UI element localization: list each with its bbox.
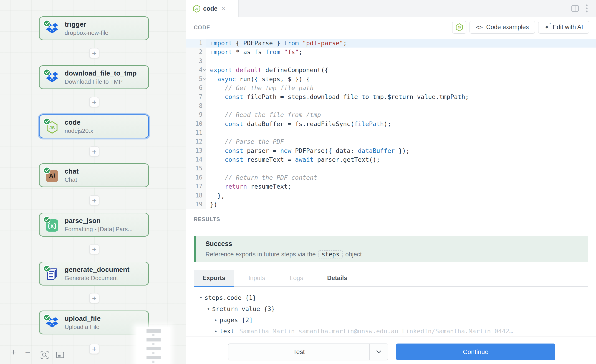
workflow-node-trigger[interactable]: trigger dropbox-new-file (39, 16, 149, 40)
code-line[interactable]: 14 const resumeText = await parser.getTe… (186, 155, 596, 164)
minimap-preview[interactable] (136, 327, 170, 364)
continue-button[interactable]: Continue (396, 343, 555, 360)
minimap-toggle-icon[interactable] (56, 351, 64, 358)
success-check-icon (43, 117, 51, 126)
success-subtitle: Reference exports in future steps via th… (205, 250, 588, 259)
code-line[interactable]: 13 const parser = new PDFParse({ data: d… (186, 146, 596, 155)
add-step-button[interactable]: + (89, 146, 99, 156)
code-line[interactable]: 17 return resumeText; (186, 182, 596, 191)
workflow-node-chat[interactable]: A\ chat Chat (39, 163, 149, 187)
minimap-dot (152, 334, 155, 336)
code-line-text: // Return the PDF content (206, 173, 317, 182)
tree-row[interactable]: ▸textSamantha Martin samantha.martin@uns… (200, 326, 586, 337)
minimap-dot (152, 361, 155, 363)
node-title: trigger (65, 21, 108, 28)
code-line[interactable]: 3 (186, 57, 596, 66)
code-line[interactable]: 11 (186, 128, 596, 137)
edit-with-ai-button[interactable]: ✦ Edit with AI (538, 21, 589, 34)
connector-line (94, 139, 94, 146)
code-line-text: return resumeText; (206, 182, 291, 191)
chevron-collapsed-icon[interactable]: ▸ (215, 314, 220, 326)
code-line[interactable]: 1import { PDFParse } from "pdf-parse"; (186, 39, 596, 48)
zoom-to-fit-icon[interactable] (40, 351, 49, 359)
workflow-node-upload-file[interactable]: upload_file Upload a File (39, 311, 149, 334)
fold-caret-icon[interactable] (203, 78, 206, 80)
node-title: upload_file (65, 315, 101, 322)
add-step-button[interactable]: + (89, 293, 99, 303)
zoom-out-icon[interactable]: − (25, 347, 31, 358)
split-view-icon[interactable] (571, 5, 579, 12)
active-tab-underline (194, 286, 234, 287)
kebab-menu-icon[interactable] (586, 4, 588, 13)
node-text: chat Chat (65, 167, 79, 183)
fold-caret-icon[interactable] (203, 69, 206, 71)
code-line-text: const resumeText = await parser.getText(… (206, 155, 380, 164)
node-subtitle: Generate Document (65, 275, 129, 282)
tab-exports[interactable]: Exports (194, 270, 234, 286)
node-text: code nodejs20.x (65, 119, 93, 134)
canvas-toolbar: + − (0, 348, 127, 362)
connector-line (94, 89, 94, 97)
nodejs-icon: JS (456, 23, 463, 31)
code-line[interactable]: 10 const dataBuffer = fs.readFileSync(fi… (186, 119, 596, 128)
tree-key: steps.code {1} (204, 292, 256, 303)
chevron-collapsed-icon[interactable]: ▸ (215, 326, 220, 337)
code-line[interactable]: 15 (186, 164, 596, 173)
success-check-icon (43, 166, 51, 174)
code-line[interactable]: 18 }, (186, 191, 596, 200)
tab-logs[interactable]: Logs (281, 270, 312, 286)
node-text: generate_document Generate Document (65, 266, 129, 282)
code-line[interactable]: 5 async run({ steps, $ }) { (186, 75, 596, 83)
tab-inputs[interactable]: Inputs (240, 270, 274, 286)
code-line[interactable]: 7 const filePath = steps.download_file_t… (186, 92, 596, 101)
add-step-button[interactable]: + (89, 48, 99, 58)
zoom-in-icon[interactable]: + (11, 347, 16, 358)
workflow-node-generate-document[interactable]: generate_document Generate Document (39, 262, 149, 285)
add-step-button[interactable]: + (89, 195, 99, 205)
code-line[interactable]: 16 // Return the PDF content (186, 173, 596, 182)
code-line[interactable]: 6 // Get the tmp file path (186, 83, 596, 92)
node-title: code (65, 119, 93, 126)
add-step-button[interactable]: + (89, 97, 99, 107)
nodejs-version-button[interactable]: JS (452, 21, 466, 34)
workflow-node-code[interactable]: JS code nodejs20.x (39, 114, 149, 138)
code-line[interactable]: 4export default defineComponent({ (186, 66, 596, 74)
code-line-text: }, (206, 191, 225, 200)
tab-details[interactable]: Details (319, 270, 356, 286)
code-line-text (206, 164, 210, 173)
tree-row[interactable]: ▾steps.code {1} (200, 292, 586, 303)
chevron-expanded-icon[interactable]: ▾ (200, 292, 204, 303)
code-line-text: // Read the file from /tmp (206, 110, 321, 119)
code-examples-label: Code examples (486, 24, 529, 31)
tree-row[interactable]: ▸pages [2] (200, 314, 586, 326)
code-line[interactable]: 9 // Read the file from /tmp (186, 110, 596, 119)
line-number: 7 (186, 92, 206, 101)
test-button[interactable]: Test (228, 343, 388, 360)
tree-row[interactable]: ▾$return_value {3} (200, 303, 586, 314)
workflow-canvas[interactable]: trigger dropbox-new-file + download_file… (0, 0, 186, 364)
success-text-after: object (345, 251, 362, 258)
test-button-label[interactable]: Test (228, 344, 369, 360)
code-examples-button[interactable]: <> Code examples (469, 21, 535, 34)
exports-tree: ▾steps.code {1}▾$return_value {3}▸pages … (200, 292, 586, 337)
code-editor[interactable]: 1import { PDFParse } from "pdf-parse";2i… (186, 37, 596, 210)
node-subtitle: Upload a File (65, 324, 101, 331)
code-line[interactable]: 12 // Parse the PDF (186, 137, 596, 146)
test-options-dropdown[interactable] (369, 344, 388, 360)
chevron-expanded-icon[interactable]: ▾ (207, 303, 212, 314)
close-icon[interactable]: × (222, 5, 226, 12)
tab-code[interactable]: JS code × (186, 0, 239, 17)
workflow-node-download-file-to-tmp[interactable]: download_file_to_tmp Download File to TM… (39, 65, 149, 89)
code-section-header: CODE JS <> Code examples ✦ Edit with AI (186, 17, 596, 37)
workflow-node-parse-json[interactable]: {x} parse_json Formatting - [Data] Pars.… (39, 213, 149, 237)
code-line[interactable]: 8 (186, 102, 596, 110)
line-number: 4 (186, 66, 206, 74)
tree-key: text (220, 326, 234, 337)
code-line-text: import * as fs from "fs"; (206, 48, 302, 56)
node-title: parse_json (65, 217, 133, 224)
add-step-button[interactable]: + (89, 244, 99, 254)
line-number: 9 (186, 110, 206, 119)
tree-key: pages [2] (220, 314, 253, 326)
code-line[interactable]: 19}) (186, 200, 596, 209)
code-line[interactable]: 2import * as fs from "fs"; (186, 48, 596, 56)
